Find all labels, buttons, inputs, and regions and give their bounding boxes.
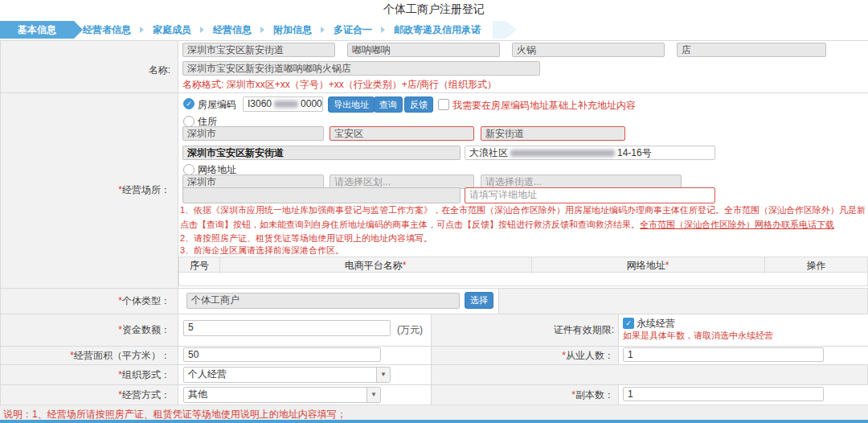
validity-hint: 如果是具体年数，请取消选中永续经营 xyxy=(623,330,773,342)
org-row-label: *组织形式： xyxy=(0,368,170,382)
tab-multi-cert[interactable]: 多证合一 xyxy=(325,21,381,39)
network-address-radio[interactable] xyxy=(183,164,194,175)
col-action: 操作 xyxy=(764,257,868,273)
capital-unit-label: (万元) xyxy=(397,323,423,337)
choose-type-button[interactable]: 选择 xyxy=(465,292,493,309)
address-prefix-input: 深圳市宝安区新安街道 xyxy=(182,146,461,160)
copies-row-label: *副本数： xyxy=(431,388,614,402)
area-input[interactable]: 50 xyxy=(183,347,381,362)
tab-family-members[interactable]: 家庭成员 xyxy=(144,21,200,39)
copies-input[interactable]: 1 xyxy=(623,387,824,401)
name-format-hint: 名称格式: 深圳市xx区+xx（字号）+xx（行业类别）+店/商行（组织形式） xyxy=(182,78,497,92)
platform-table-header: 序号 电商平台名称* 网络地址* 操作 xyxy=(178,257,868,273)
type-row-label: *个体类型： xyxy=(0,294,170,308)
house-code-radio[interactable]: ✓ xyxy=(183,98,194,109)
supplement-address-checkbox[interactable] xyxy=(438,99,449,110)
tab-ghost-arrow xyxy=(493,21,517,39)
address-detail-input[interactable]: 大浪社区14-16号 xyxy=(465,146,715,160)
area-row-label: *经营面积（平方米）： xyxy=(0,349,170,363)
footer-note-line1: 说明：1、经营场所请按照房产证、租赁凭证等场地使用说明上的地址内容填写； xyxy=(0,405,868,421)
tab-additional-info[interactable]: 附加信息 xyxy=(264,21,321,39)
org-form-select[interactable]: 个人经营▼ xyxy=(183,367,391,383)
supplement-address-label: 我需要在房屋编码地址基础上补充地址内容 xyxy=(452,99,636,113)
page-title: 个体工商户注册登记 xyxy=(0,2,868,17)
staff-input[interactable]: 1 xyxy=(623,347,824,362)
mode-select[interactable]: 其他▼ xyxy=(183,387,381,403)
tab-postal-credit[interactable]: 邮政寄递及信用承诺 xyxy=(385,21,489,39)
tab-business-info[interactable]: 经营信息 xyxy=(204,21,260,39)
export-address-button[interactable]: 导出地址 xyxy=(328,97,375,113)
org-right-cell xyxy=(431,364,868,384)
feedback-button[interactable]: 反馈 xyxy=(404,97,433,113)
staff-row-label: *从业人数： xyxy=(431,349,614,363)
platform-table-body xyxy=(178,273,868,286)
tab-operator-info[interactable]: 经营者信息 xyxy=(74,21,140,39)
house-code-input[interactable]: I3060000002 xyxy=(243,97,323,112)
district-input: 宝安区 xyxy=(330,126,474,141)
name-part2-input: 嘟呐嘟呐 xyxy=(347,43,500,57)
premises-row-label: *经营场所： xyxy=(0,183,170,197)
grid-office-phone-link[interactable]: 全市范围（深汕合作区除外）网格办联系电话下载 xyxy=(640,220,834,229)
premises-note-3: 2、请按照房产证、租赁凭证等场地使用证明上的地址内容填写。 xyxy=(180,232,865,244)
perpetual-operation-label: 永续经营 xyxy=(637,317,675,331)
capital-row-label: *资金数额： xyxy=(0,323,170,337)
premises-note-1: 1、依据《深圳市应用统一地址库加强商事登记与监管工作方案》，在全市范围（深汕合作… xyxy=(180,204,865,216)
name-part3-input: 火锅 xyxy=(512,43,665,57)
bottom-blue-bar xyxy=(0,420,868,423)
query-button[interactable]: 查询 xyxy=(374,97,403,113)
residence-radio[interactable] xyxy=(183,116,194,127)
col-platform-name: 电商平台名称* xyxy=(219,257,532,273)
col-index: 序号 xyxy=(179,257,220,273)
detail-readonly-input xyxy=(182,187,461,203)
premises-note-4: 3、前海企业区属请选择前海深港合作区。 xyxy=(180,244,865,257)
city-input: 深圳市 xyxy=(182,126,324,141)
capital-input[interactable]: 5 xyxy=(183,320,391,336)
step-tabbar: 基本信息 经营者信息 家庭成员 经营信息 附加信息 多证合一 邮政寄递及信用承诺 xyxy=(0,21,868,39)
type-right-cell xyxy=(498,288,868,314)
chevron-down-icon: ▼ xyxy=(366,388,380,402)
detail-address-input[interactable]: 请填写详细地址 xyxy=(465,187,715,203)
redacted-text xyxy=(510,150,615,157)
street-input: 新安街道 xyxy=(481,126,625,141)
full-name-input: 深圳市宝安区新安街道嘟呐嘟呐火锅店 xyxy=(182,61,540,76)
registration-form-page: 个体工商户注册登记 基本信息 经营者信息 家庭成员 经营信息 附加信息 多证合一… xyxy=(0,0,868,423)
chevron-down-icon: ▼ xyxy=(376,368,390,382)
type-input: 个体工商户 xyxy=(186,293,460,309)
premises-note-2: 点击【查询】按钮，如未能查询到自身住所地址编码的商事主体，可点击【反馈】按钮进行… xyxy=(180,219,865,231)
mode-row-label: *经营方式： xyxy=(0,388,170,402)
redacted-text xyxy=(274,101,298,108)
name-part1-input: 深圳市宝安区新安街道 xyxy=(182,43,335,57)
validity-row-label: 证件有效期限: xyxy=(431,323,614,337)
name-part4-input: 店 xyxy=(677,43,826,57)
perpetual-operation-checkbox[interactable]: ✓ xyxy=(623,318,634,329)
tab-basic-info[interactable]: 基本信息 xyxy=(0,21,74,39)
col-network-address: 网络地址* xyxy=(531,257,765,273)
name-row-label: 名称: xyxy=(0,64,170,77)
house-code-radio-label: 房屋编码 xyxy=(198,98,236,112)
